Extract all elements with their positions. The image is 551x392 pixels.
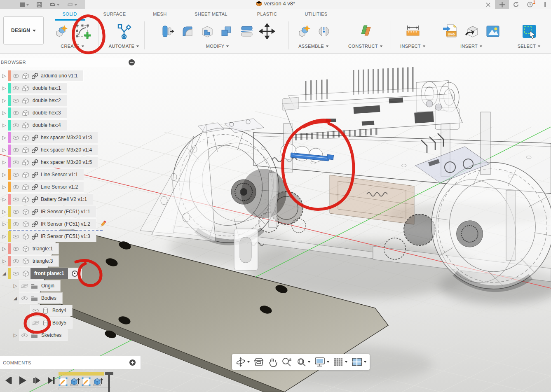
assemble-new-component-icon[interactable]: [296, 23, 312, 39]
refresh-icon[interactable]: [509, 0, 523, 9]
visibility-eye-icon[interactable]: [11, 173, 21, 177]
visibility-eye-icon[interactable]: [11, 86, 21, 90]
browser-row[interactable]: IR Sensor (FC51) v1:2: [0, 218, 142, 230]
timeline-skip-end-button[interactable]: [47, 376, 56, 385]
timeline-step-forward-button[interactable]: [32, 376, 41, 385]
timeline-sketch-feature[interactable]: [81, 376, 91, 387]
expand-arrow-icon[interactable]: [11, 283, 19, 289]
group-label-insert[interactable]: INSERT: [460, 44, 483, 49]
expand-arrow-icon[interactable]: [0, 271, 8, 276]
group-label-construct[interactable]: CONSTRUCT: [348, 44, 383, 49]
display-settings-icon[interactable]: [314, 357, 329, 367]
tab-utilities[interactable]: UTILITIES: [305, 12, 328, 16]
combine-icon[interactable]: [220, 24, 234, 39]
browser-row[interactable]: Line Sensor v1:2: [0, 181, 142, 193]
visibility-eye-icon[interactable]: [11, 99, 21, 103]
group-label-automate[interactable]: AUTOMATE: [109, 44, 140, 49]
visibility-eye-icon[interactable]: [11, 136, 21, 140]
tab-sheet-metal[interactable]: SHEET METAL: [195, 12, 227, 16]
browser-row[interactable]: Body4: [22, 304, 142, 317]
browser-row[interactable]: hex spacer M3x20 v1:5: [0, 156, 142, 168]
tab-solid[interactable]: SOLID: [62, 12, 77, 16]
visibility-eye-icon[interactable]: [11, 222, 21, 226]
visibility-eye-icon[interactable]: [30, 309, 40, 313]
browser-row[interactable]: arduino uno v1:1: [0, 70, 142, 82]
job-status-clock-icon[interactable]: 1: [523, 0, 537, 9]
browser-row[interactable]: Origin: [11, 280, 142, 292]
visibility-eye-icon[interactable]: [11, 259, 21, 263]
group-label-create[interactable]: CREATE: [61, 44, 84, 49]
insert-svg-icon[interactable]: SVG: [442, 23, 459, 40]
split-body-icon[interactable]: [239, 24, 254, 39]
expand-arrow-icon[interactable]: [11, 296, 19, 301]
expand-arrow-icon[interactable]: [0, 258, 8, 264]
new-component-icon[interactable]: [53, 23, 69, 39]
expand-arrow-icon[interactable]: [0, 110, 8, 116]
visibility-eye-icon[interactable]: [30, 321, 40, 325]
group-label-inspect[interactable]: INSPECT: [400, 44, 426, 49]
viewports-icon[interactable]: [351, 357, 366, 367]
visibility-eye-icon[interactable]: [11, 148, 21, 152]
visibility-eye-icon[interactable]: [11, 161, 21, 164]
browser-row[interactable]: IR Sensor (FC51) v1:1: [0, 205, 142, 218]
select-icon[interactable]: [521, 23, 537, 40]
timeline-step-back-button[interactable]: [3, 376, 12, 385]
timeline-sketch-feature[interactable]: [58, 376, 68, 387]
browser-row[interactable]: hex spacer M3x20 v1:4: [0, 144, 142, 156]
browser-row[interactable]: double hex:1: [0, 82, 142, 94]
zoom-icon[interactable]: [281, 357, 292, 367]
browser-row[interactable]: Battery Shell V2 v1:1: [0, 193, 142, 205]
browser-row[interactable]: Sketches: [11, 329, 142, 341]
fillet-icon[interactable]: [180, 24, 195, 39]
expand-arrow-icon[interactable]: [0, 98, 8, 103]
tab-plastic[interactable]: PLASTIC: [257, 12, 277, 16]
measure-icon[interactable]: [405, 24, 421, 39]
expand-arrow-icon[interactable]: [0, 85, 8, 91]
expand-arrow-icon[interactable]: [0, 159, 8, 165]
browser-row[interactable]: IR Sensor (FC51) v1:3: [0, 230, 142, 243]
expand-arrow-icon[interactable]: [0, 73, 8, 79]
create-sketch-icon[interactable]: [74, 22, 92, 40]
profile-icon[interactable]: [537, 0, 551, 9]
visibility-eye-icon[interactable]: [11, 272, 21, 275]
browser-row[interactable]: hex spacer M3x20 v1:3: [0, 131, 142, 144]
visibility-eye-icon[interactable]: [11, 74, 21, 78]
insert-mesh-icon[interactable]: [464, 23, 480, 40]
expand-arrow-icon[interactable]: [0, 135, 8, 140]
expand-arrow-icon[interactable]: [0, 172, 8, 177]
visibility-eye-icon[interactable]: [11, 247, 21, 251]
tab-surface[interactable]: SURFACE: [103, 12, 126, 16]
visibility-eye-icon[interactable]: [11, 124, 21, 127]
browser-row[interactable]: Line Sensor v1:1: [0, 168, 142, 181]
expand-arrow-icon[interactable]: [0, 184, 8, 190]
timeline-extrude-feature[interactable]: [92, 376, 103, 387]
visibility-eye-icon[interactable]: [11, 210, 21, 214]
expand-arrow-icon[interactable]: [0, 196, 8, 202]
visibility-eye-icon[interactable]: [19, 296, 29, 300]
expand-arrow-icon[interactable]: [0, 233, 8, 239]
shell-icon[interactable]: [200, 24, 215, 39]
add-comment-button[interactable]: [129, 359, 136, 366]
timeline-scrubber[interactable]: [105, 372, 114, 392]
browser-row[interactable]: double hex:2: [0, 94, 142, 107]
orbit-icon[interactable]: [235, 357, 250, 367]
collapse-panel-button[interactable]: [129, 59, 135, 65]
pan-icon[interactable]: [268, 357, 278, 367]
joint-icon[interactable]: [317, 24, 331, 39]
browser-row[interactable]: Bodies: [11, 292, 142, 304]
expand-arrow-icon[interactable]: [0, 147, 8, 153]
move-copy-icon[interactable]: [259, 23, 275, 39]
new-tab-icon[interactable]: [495, 0, 509, 9]
save-icon[interactable]: [37, 2, 42, 7]
browser-row[interactable]: triangle:1: [0, 243, 142, 255]
press-pull-icon[interactable]: [160, 24, 175, 39]
expand-arrow-icon[interactable]: [0, 246, 8, 252]
expand-arrow-icon[interactable]: [0, 221, 8, 227]
group-label-modify[interactable]: MODIFY: [206, 44, 230, 49]
visibility-eye-icon[interactable]: [19, 334, 29, 337]
visibility-eye-icon[interactable]: [11, 198, 21, 201]
construct-plane-icon[interactable]: [357, 23, 374, 40]
grid-snap-icon[interactable]: [333, 357, 347, 367]
ground-radio-button[interactable]: [72, 271, 78, 277]
browser-row[interactable]: double hex:4: [0, 119, 142, 131]
